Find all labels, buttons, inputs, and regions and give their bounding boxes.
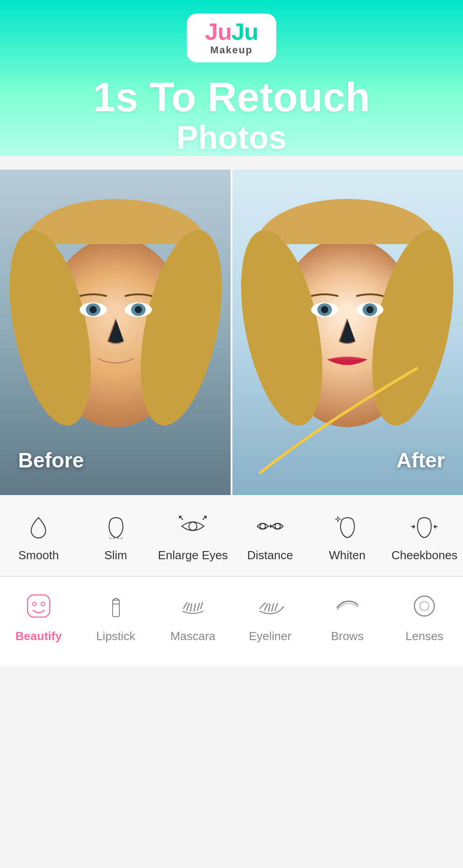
feature-slim[interactable]: Slim — [77, 513, 155, 562]
before-after-comparison: Before After — [0, 170, 463, 495]
lipstick-label: Lipstick — [96, 629, 136, 643]
lenses-icon — [409, 590, 440, 622]
comparison-divider — [231, 170, 232, 495]
svg-point-7 — [415, 596, 435, 616]
svg-point-0 — [189, 522, 197, 530]
enlarge-eyes-label: Enlarge Eyes — [158, 548, 228, 562]
feature-distance[interactable]: Distance — [232, 513, 309, 562]
nav-lenses[interactable]: Lenses — [386, 590, 463, 643]
smooth-label: Smooth — [19, 548, 59, 562]
svg-rect-3 — [28, 595, 50, 617]
brows-label: Brows — [331, 629, 364, 643]
brows-icon — [331, 590, 363, 622]
cheekbones-label: Cheekbones — [392, 548, 458, 562]
logo-container: Ju Ju Makeup — [187, 14, 276, 62]
feature-toolbar: Smooth Slim — [0, 495, 463, 576]
svg-point-5 — [41, 602, 45, 606]
svg-point-8 — [420, 602, 429, 611]
nav-beautify[interactable]: Beautify — [0, 590, 77, 643]
slim-label: Slim — [104, 548, 128, 562]
whiten-icon — [331, 513, 363, 540]
distance-label: Distance — [247, 548, 293, 562]
logo-tagline: Makeup — [205, 44, 258, 56]
enlarge-eyes-icon — [177, 513, 209, 540]
cheekbones-icon — [409, 513, 440, 540]
smooth-icon — [23, 513, 54, 540]
after-label: After — [397, 448, 445, 472]
bottom-navigation: Beautify Lipstick — [0, 576, 463, 666]
hero-section: Ju Ju Makeup 1s To Retouch Photos — [0, 0, 463, 156]
nav-mascara[interactable]: Mascara — [154, 590, 232, 643]
nav-eyeliner[interactable]: Eyeliner — [232, 590, 309, 643]
feature-smooth[interactable]: Smooth — [0, 513, 77, 562]
eyeliner-icon — [254, 590, 286, 622]
lenses-label: Lenses — [406, 629, 444, 643]
eyeliner-label: Eyeliner — [249, 629, 291, 643]
nav-brows[interactable]: Brows — [309, 590, 386, 643]
logo-ju-right: Ju — [232, 20, 258, 43]
distance-icon — [254, 513, 286, 540]
slim-icon — [100, 513, 132, 540]
hero-title-line2: Photos — [0, 119, 463, 156]
feature-whiten[interactable]: Whiten — [309, 513, 386, 562]
nav-lipstick[interactable]: Lipstick — [77, 590, 155, 643]
feature-cheekbones[interactable]: Cheekbones — [386, 513, 463, 562]
svg-rect-6 — [113, 604, 119, 617]
svg-point-1 — [260, 524, 265, 529]
mascara-label: Mascara — [170, 629, 216, 643]
svg-point-4 — [33, 602, 36, 606]
beautify-label: Beautify — [15, 629, 62, 643]
lipstick-icon — [100, 590, 132, 622]
feature-enlarge-eyes[interactable]: Enlarge Eyes — [154, 513, 232, 562]
whiten-label: Whiten — [329, 548, 366, 562]
mascara-icon — [177, 590, 209, 622]
beautify-icon — [23, 590, 54, 622]
logo-ju-left: Ju — [205, 20, 232, 43]
svg-point-2 — [275, 524, 280, 529]
hero-title-line1: 1s To Retouch — [0, 76, 463, 119]
before-label: Before — [18, 448, 84, 472]
